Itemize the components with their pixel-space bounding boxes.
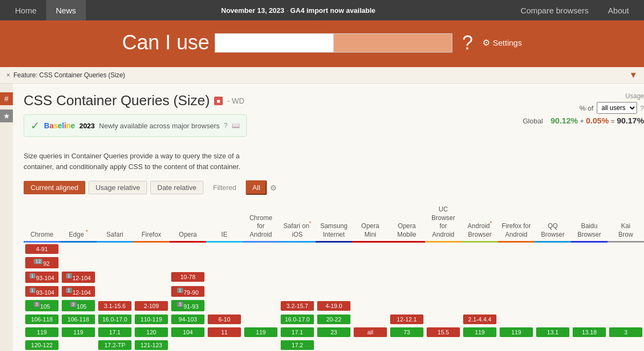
table-cell-opera_mobile <box>389 255 425 270</box>
header-safari: Safari <box>97 203 133 242</box>
table-cell-safari_ios: 17.1 <box>279 326 316 339</box>
table-cell-edge: 112-104 <box>60 284 97 299</box>
table-row: 193-104112-104179-90 <box>24 284 644 299</box>
table-row: 11911917.11201041111917.123all7315.51191… <box>24 326 644 339</box>
table-cell-samsung <box>316 339 352 351</box>
table-cell-edge: 106-118 <box>60 313 97 326</box>
tab-current-aligned[interactable]: Current aligned <box>24 181 85 194</box>
baseline-bar: ✓ Baseline 2023 Newly available across m… <box>24 114 247 137</box>
table-cell-chrome: 119 <box>24 326 60 339</box>
table-cell-uc <box>425 339 462 351</box>
table-cell-firefox: 2-109 <box>133 298 170 313</box>
header-samsung: SamsungInternet <box>316 203 352 242</box>
table-cell-kai <box>608 284 644 299</box>
table-cell-opera_mini <box>352 284 389 299</box>
table-cell-firefox <box>133 242 170 256</box>
table-cell-edge: 3105 <box>60 298 97 313</box>
table-cell-baidu <box>571 298 608 313</box>
hero-section: Can I use ? ⚙ Settings <box>0 20 644 67</box>
table-cell-chrome: 1292 <box>24 255 60 270</box>
nav-announcement: November 13, 2023 · GA4 import now avail… <box>86 6 511 14</box>
header-safari-ios: Safari on*iOS <box>279 203 316 242</box>
baseline-book-icon[interactable]: 📖 <box>232 122 240 129</box>
baseline-help-icon[interactable]: ? <box>224 122 228 129</box>
table-cell-qq <box>535 270 571 284</box>
table-cell-chrome_android <box>243 255 279 270</box>
table-cell-firefox_android <box>498 339 535 351</box>
table-cell-opera_mobile <box>389 298 425 313</box>
table-cell-chrome_android <box>243 242 279 256</box>
tab-date-relative[interactable]: Date relative <box>150 181 203 194</box>
feature-title-section: CSS Container Queries (Size) ■ - WD ✓ Ba… <box>24 92 247 144</box>
table-cell-safari_ios <box>279 284 316 299</box>
table-cell-safari <box>97 284 133 299</box>
table-cell-android <box>462 242 498 256</box>
filter-icon[interactable]: ▼ <box>629 70 638 80</box>
star-icon[interactable]: ★ <box>0 109 13 122</box>
table-cell-uc <box>425 298 462 313</box>
user-type-select[interactable]: all users <box>597 102 637 114</box>
nav-compare[interactable]: Compare browsers <box>511 0 598 20</box>
feature-title: CSS Container Queries (Size) <box>24 92 210 109</box>
table-cell-opera <box>170 242 206 256</box>
table-cell-firefox <box>133 270 170 284</box>
browser-header-row: Chrome Edge * Safari Firefox Opera IE Ch… <box>24 203 644 242</box>
search-input-primary[interactable] <box>215 34 333 52</box>
table-cell-samsung <box>316 242 352 256</box>
usage-panel: Usage % of all users ? Global 90.12% + 0… <box>523 92 644 125</box>
table-cell-baidu <box>571 242 608 256</box>
table-cell-edge <box>60 242 97 256</box>
table-cell-qq <box>535 298 571 313</box>
nav-right: Compare browsers About <box>511 0 639 20</box>
header-chrome-android: ChromeforAndroid <box>243 203 279 242</box>
filter-tabs: Current aligned Usage relative Date rela… <box>24 180 644 195</box>
tab-all[interactable]: All <box>246 180 266 195</box>
table-cell-qq <box>535 284 571 299</box>
header-kai: KaiBrow <box>608 203 644 242</box>
table-cell-kai <box>608 298 644 313</box>
nav-home[interactable]: Home <box>5 0 46 20</box>
table-cell-chrome: 106-118 <box>24 313 60 326</box>
breadcrumb-close[interactable]: × <box>6 71 10 79</box>
table-cell-safari_ios: 3.2-15.7 <box>279 298 316 313</box>
table-cell-safari <box>97 270 133 284</box>
table-cell-chrome_android: 119 <box>243 326 279 339</box>
table-cell-firefox_android <box>498 242 535 256</box>
table-cell-firefox_android <box>498 284 535 299</box>
table-cell-ie <box>206 284 243 299</box>
table-cell-firefox: 121-123 <box>133 339 170 351</box>
navigation: Home News November 13, 2023 · GA4 import… <box>0 0 644 20</box>
table-cell-baidu <box>571 255 608 270</box>
header-firefox: Firefox <box>133 203 170 242</box>
table-settings-icon[interactable]: ⚙ <box>270 184 277 192</box>
nav-about[interactable]: About <box>598 0 639 20</box>
search-input-secondary[interactable] <box>334 34 452 52</box>
tab-usage-relative[interactable]: Usage relative <box>89 181 147 194</box>
table-cell-kai <box>608 270 644 284</box>
percent-of-label: % of <box>580 104 594 112</box>
table-cell-safari: 17.2-TP <box>97 339 133 351</box>
wd-label: - WD <box>227 97 244 105</box>
settings-button[interactable]: ⚙ Settings <box>482 38 522 48</box>
usage-green-number: 90.12% <box>551 116 578 125</box>
table-cell-ie <box>206 298 243 313</box>
table-cell-edge <box>60 339 97 351</box>
table-cell-safari_ios: 17.2 <box>279 339 316 351</box>
hash-icon[interactable]: # <box>0 92 13 105</box>
usage-total-number: 90.17% <box>617 116 644 125</box>
feature-description: Size queries in Container Queries provid… <box>24 151 270 172</box>
header-android: Android*Browser <box>462 203 498 242</box>
table-cell-uc <box>425 313 462 326</box>
table-cell-opera_mobile <box>389 284 425 299</box>
table-cell-chrome: 193-104 <box>24 270 60 284</box>
table-cell-kai <box>608 339 644 351</box>
table-cell-opera_mini: all <box>352 326 389 339</box>
table-cell-firefox <box>133 255 170 270</box>
nav-news[interactable]: News <box>46 0 86 20</box>
table-cell-samsung: 23 <box>316 326 352 339</box>
header-ie: IE <box>206 203 243 242</box>
table-cell-opera_mini <box>352 242 389 256</box>
table-cell-edge <box>60 255 97 270</box>
table-cell-ie <box>206 255 243 270</box>
usage-help-icon[interactable]: ? <box>640 104 644 112</box>
